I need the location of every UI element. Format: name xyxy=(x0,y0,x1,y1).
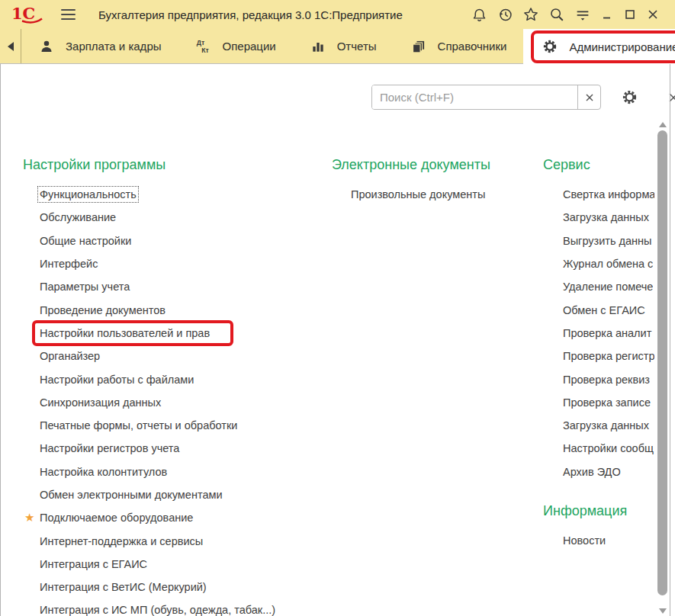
settings-link[interactable]: ★ Функциональность xyxy=(23,183,332,206)
tab-label: Администрирование xyxy=(569,40,675,53)
tab-operations[interactable]: ДтКт Операции xyxy=(178,29,293,63)
quick-menu-icon[interactable] xyxy=(570,3,596,26)
settings-link[interactable]: ★ Интернет-поддержка и сервисы xyxy=(23,529,332,552)
tab-label: Зарплата и кадры xyxy=(66,40,162,53)
settings-link[interactable]: ★ Интерфейс xyxy=(23,252,332,275)
settings-link[interactable]: Загрузка данных xyxy=(543,206,654,229)
settings-link[interactable]: ★ Синхронизация данных xyxy=(23,391,332,414)
settings-link[interactable]: Выгрузить данны xyxy=(543,229,654,252)
window-left-edge xyxy=(0,64,1,616)
scrollbar-thumb[interactable] xyxy=(657,130,667,595)
settings-link[interactable]: ★ Настройки работы с файлами xyxy=(23,367,332,390)
app-window: 1С Бухгалтерия предприятия, редакция 3.0… xyxy=(0,0,675,616)
search-clear-icon[interactable] xyxy=(577,85,600,109)
tab-label: Операции xyxy=(223,40,276,53)
section-tab-bar: Зарплата и кадры ДтКт Операции Отчеты Сп… xyxy=(0,29,675,64)
svg-text:Кт: Кт xyxy=(201,47,209,54)
tab-reports[interactable]: Отчеты xyxy=(293,29,394,63)
settings-link[interactable]: Проверка реквиз xyxy=(543,367,654,390)
settings-link[interactable]: ★ Настройки регистров учета xyxy=(23,437,332,460)
close-button[interactable] xyxy=(641,3,664,26)
scroll-up-icon[interactable] xyxy=(659,122,667,127)
settings-link[interactable]: Свертка информац xyxy=(543,183,654,206)
section-title-information: Информация xyxy=(543,503,654,519)
settings-link[interactable]: ★ Настройка колонтитулов xyxy=(23,460,332,483)
information-list: Новости xyxy=(543,529,654,552)
settings-link[interactable]: Проверка аналит xyxy=(543,322,654,345)
section-title: Электронные документы xyxy=(332,157,515,173)
section-program-settings: Настройки программы ★ Функциональность ★… xyxy=(23,157,332,616)
search-box xyxy=(371,85,601,110)
settings-link[interactable]: ★ Интеграция с ИС МП (обувь, одежда, таб… xyxy=(23,598,332,616)
scroll-down-icon[interactable] xyxy=(659,608,667,614)
svg-text:Дт: Дт xyxy=(196,39,204,47)
settings-link[interactable]: Настройки сообщ xyxy=(543,437,654,460)
settings-link[interactable]: Проверка регистр xyxy=(543,345,654,367)
1c-logo-icon: 1С xyxy=(11,2,44,27)
settings-link[interactable]: ★ Общие настройки xyxy=(23,229,332,252)
settings-link[interactable]: ★ Интеграция с ЕГАИС xyxy=(23,553,332,576)
settings-link[interactable]: ★ Настройки пользователей и прав xyxy=(23,322,332,345)
panel-settings-gear-icon[interactable] xyxy=(618,86,641,109)
svg-text:1С: 1С xyxy=(11,4,35,23)
program-settings-list: ★ Функциональность ★ Обслуживание ★ Общи… xyxy=(23,183,332,616)
maximize-button[interactable] xyxy=(619,3,641,26)
section-electronic-documents: Электронные документы Произвольные докум… xyxy=(332,157,515,206)
panel-close-icon[interactable] xyxy=(662,86,675,109)
search-icon[interactable] xyxy=(544,3,570,26)
service-list: Свертка информац Загрузка данных Выгрузи… xyxy=(543,183,654,483)
settings-link[interactable]: ★ Обслуживание xyxy=(23,206,332,229)
tab-label: Справочники xyxy=(438,40,507,53)
window-right-edge xyxy=(670,64,670,616)
settings-link[interactable]: Новости xyxy=(543,529,654,552)
settings-link[interactable]: Журнал обмена с xyxy=(543,252,654,275)
electronic-documents-list: Произвольные документы xyxy=(332,183,515,206)
tab-salary-and-hr[interactable]: Зарплата и кадры xyxy=(21,29,178,63)
settings-link[interactable]: Обмен с ЕГАИС xyxy=(543,298,654,321)
settings-link[interactable]: Проверка записе xyxy=(543,391,654,414)
tab-directories[interactable]: Справочники xyxy=(394,29,524,63)
back-button[interactable] xyxy=(0,29,21,63)
history-icon[interactable] xyxy=(492,3,518,26)
settings-link[interactable]: ★ Параметры учета xyxy=(23,275,332,298)
settings-link[interactable]: Архив ЭДО xyxy=(543,460,654,483)
tab-administration[interactable]: Администрирование xyxy=(523,29,675,64)
books-icon xyxy=(410,38,427,55)
window-title: Бухгалтерия предприятия, редакция 3.0 1С… xyxy=(98,8,403,21)
section-title: Настройки программы xyxy=(23,157,332,173)
settings-link[interactable]: Произвольные документы xyxy=(332,183,515,206)
tab-label: Отчеты xyxy=(337,40,377,53)
bar-chart-icon xyxy=(310,38,326,55)
main-menu-icon[interactable] xyxy=(58,6,79,23)
person-icon xyxy=(38,38,55,55)
settings-link[interactable]: ★ Интеграция с ВетИС (Меркурий) xyxy=(23,576,332,598)
section-service: Сервис Свертка информац Загрузка данных … xyxy=(543,157,654,552)
settings-link[interactable]: ★ Обмен электронными документами xyxy=(23,483,332,506)
gear-icon xyxy=(542,38,558,55)
vertical-scrollbar[interactable] xyxy=(657,122,668,614)
minimize-button[interactable] xyxy=(596,3,619,26)
settings-link[interactable]: Загрузка данных xyxy=(543,414,654,437)
favorite-star-icon: ★ xyxy=(24,511,34,525)
dt-kt-icon: ДтКт xyxy=(195,38,212,55)
title-bar: 1С Бухгалтерия предприятия, редакция 3.0… xyxy=(0,0,675,29)
administration-panel: Настройки программы ★ Функциональность ★… xyxy=(0,64,675,616)
search-input[interactable] xyxy=(372,85,577,109)
search-row xyxy=(371,85,675,110)
section-title: Сервис xyxy=(543,157,654,173)
settings-link[interactable]: Удаление помече xyxy=(543,275,654,298)
favorites-star-icon[interactable] xyxy=(518,3,544,26)
settings-link[interactable]: ★ Печатные формы, отчеты и обработки xyxy=(23,414,332,437)
settings-link[interactable]: ★ Проведение документов xyxy=(23,298,332,321)
back-arrow-icon xyxy=(8,42,14,51)
settings-link[interactable]: ★ Органайзер xyxy=(23,345,332,367)
notifications-bell-icon[interactable] xyxy=(466,3,492,26)
settings-link[interactable]: ★ Подключаемое оборудование xyxy=(23,506,332,529)
